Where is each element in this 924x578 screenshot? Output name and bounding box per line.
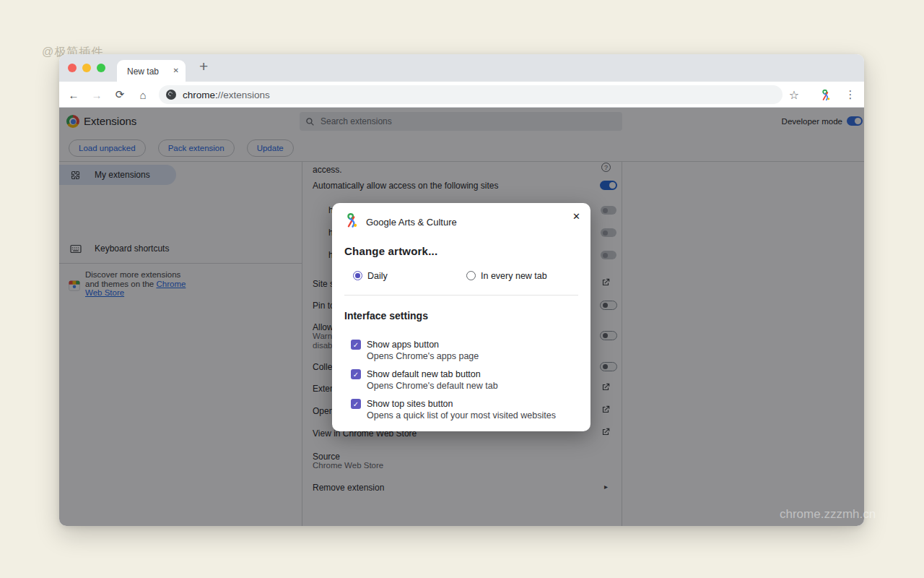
tab-bar: New tab ✕ + bbox=[59, 54, 864, 82]
interface-settings-heading: Interface settings bbox=[344, 310, 428, 322]
extensions-page: Extensions Search extensions Developer m… bbox=[59, 108, 864, 526]
checkbox-show-top-sites[interactable]: ✓ bbox=[351, 399, 361, 409]
url-text: chrome://extensions bbox=[183, 90, 270, 100]
arts-culture-extension-icon[interactable] bbox=[819, 87, 833, 102]
checkbox-show-apps-label[interactable]: Show apps button bbox=[367, 340, 439, 350]
new-tab-button[interactable]: + bbox=[199, 58, 208, 75]
traffic-light-zoom[interactable] bbox=[97, 64, 105, 72]
tab-title: New tab bbox=[127, 66, 159, 77]
checkbox-show-default-new-tab-description: Opens Chrome's default new tab bbox=[367, 381, 498, 391]
dialog-close-icon[interactable]: ✕ bbox=[572, 211, 580, 222]
checkbox-show-default-new-tab-label[interactable]: Show default new tab button bbox=[367, 369, 481, 379]
radio-in-every-new-tab-label[interactable]: In every new tab bbox=[481, 271, 547, 281]
dialog-divider bbox=[344, 295, 578, 296]
bookmark-star-icon[interactable]: ☆ bbox=[787, 87, 801, 102]
browser-menu-icon[interactable]: ⋮ bbox=[843, 87, 858, 102]
radio-daily-label[interactable]: Daily bbox=[367, 271, 388, 281]
dialog-title: Google Arts & Culture bbox=[366, 217, 457, 228]
back-icon[interactable]: ← bbox=[66, 87, 81, 102]
browser-window: New tab ✕ + ← → ⟳ ⌂ chrome://extensions … bbox=[59, 54, 864, 526]
site-info-icon[interactable] bbox=[166, 90, 176, 100]
checkbox-show-top-sites-label[interactable]: Show top sites button bbox=[367, 399, 453, 409]
traffic-light-close[interactable] bbox=[68, 64, 77, 72]
checkbox-show-default-new-tab[interactable]: ✓ bbox=[351, 369, 361, 379]
reload-icon[interactable]: ⟳ bbox=[113, 87, 127, 102]
forward-icon: → bbox=[90, 87, 104, 102]
browser-toolbar: ← → ⟳ ⌂ chrome://extensions ☆ ⋮ bbox=[59, 82, 864, 108]
home-icon[interactable]: ⌂ bbox=[136, 87, 150, 102]
arts-culture-icon bbox=[344, 212, 360, 232]
checkbox-show-apps[interactable]: ✓ bbox=[351, 340, 361, 350]
traffic-light-minimize[interactable] bbox=[82, 64, 91, 72]
arts-culture-dialog: Google Arts & Culture ✕ Change artwork..… bbox=[332, 203, 590, 431]
tab-close-icon[interactable]: ✕ bbox=[173, 66, 179, 74]
url-bar[interactable]: chrome://extensions bbox=[159, 85, 783, 104]
checkbox-show-top-sites-description: Opens a quick list of your most visited … bbox=[367, 410, 556, 420]
radio-daily[interactable] bbox=[353, 271, 362, 280]
checkbox-show-apps-description: Opens Chrome's apps page bbox=[367, 351, 479, 361]
watermark-bottom: chrome.zzzmh.cn bbox=[780, 507, 876, 522]
change-artwork-heading: Change artwork... bbox=[344, 245, 437, 257]
tab-new-tab[interactable]: New tab ✕ bbox=[117, 60, 186, 82]
radio-in-every-new-tab[interactable] bbox=[466, 271, 476, 280]
